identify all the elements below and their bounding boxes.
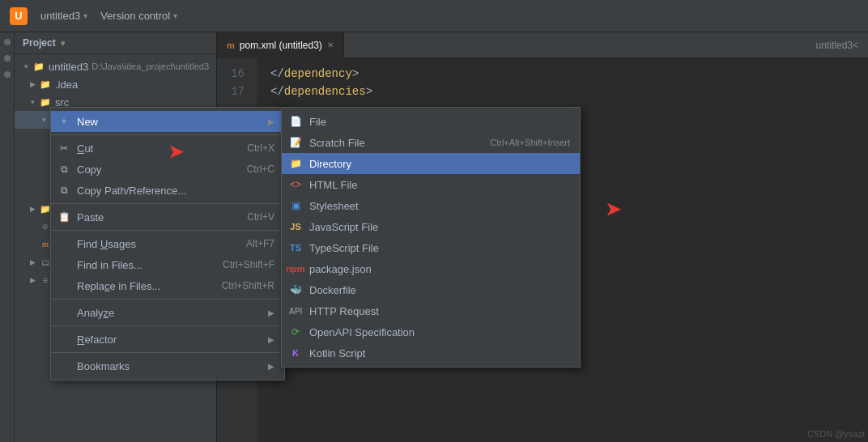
analyze-arrow-icon: ▶: [268, 308, 274, 317]
cut-icon: ✂: [57, 142, 70, 155]
watermark: CSDN @ysazt: [807, 429, 865, 439]
submenu-directory-label: Directory: [309, 158, 570, 170]
submenu-stylesheet-label: Stylesheet: [309, 200, 570, 212]
menu-item-bookmarks[interactable]: Bookmarks ▶: [51, 355, 284, 376]
submenu-item-directory[interactable]: 📁 Directory: [282, 153, 580, 174]
menu-item-find-files[interactable]: Find in Files... Ctrl+Shift+F: [51, 254, 284, 275]
html-icon: <>: [288, 177, 303, 192]
copy-shortcut: Ctrl+C: [247, 164, 274, 175]
structure-icon[interactable]: [4, 55, 11, 62]
bookmarks-arrow-icon: ▶: [268, 362, 274, 371]
menu-item-new[interactable]: + New ▶: [51, 111, 284, 132]
submenu-item-packagejson[interactable]: npm package.json: [282, 258, 580, 279]
project-title[interactable]: untitled3 ▾: [40, 10, 87, 22]
kotlin-icon: K: [288, 346, 303, 360]
arrow-icon: ▾: [28, 97, 37, 107]
project-label: Project: [23, 37, 56, 49]
code-line-17: </dependencies>: [270, 83, 855, 100]
root-path: D:\Java\idea_project\untitled3: [91, 62, 209, 71]
menu-replace-files-label: Replace in Files...: [77, 280, 212, 292]
css-icon: ▣: [288, 198, 303, 213]
scratch-icon: 📝: [288, 135, 303, 150]
submenu-item-http[interactable]: API HTTP Request: [282, 300, 580, 321]
project-icon: 📁: [32, 60, 45, 73]
menu-separator-4: [51, 299, 284, 300]
replace-files-shortcut: Ctrl+Shift+R: [222, 280, 274, 291]
menu-item-replace-files[interactable]: Replace in Files... Ctrl+Shift+R: [51, 275, 284, 296]
version-control-button[interactable]: Version control ▾: [100, 10, 177, 22]
menu-item-find-usages[interactable]: Find Usages Alt+F7: [51, 233, 284, 254]
replace-files-icon: [57, 279, 70, 292]
new-icon: +: [57, 115, 70, 128]
submenu-http-label: HTTP Request: [309, 305, 570, 317]
menu-separator-1: [51, 134, 284, 135]
menu-item-paste[interactable]: 📋 Paste Ctrl+V: [51, 206, 284, 227]
tree-item-idea[interactable]: ▶ 📁 .idea: [15, 75, 216, 93]
menu-item-copy[interactable]: ⧉ Copy Ctrl+C: [51, 159, 284, 180]
copy-path-icon: ⧉: [57, 184, 70, 197]
npm-icon: npm: [288, 261, 303, 276]
line-num-17: 17: [217, 83, 251, 100]
find-usages-icon: [57, 237, 70, 250]
icons-bar: [0, 32, 15, 442]
menu-find-files-label: Find in Files...: [77, 259, 213, 271]
submenu-item-stylesheet[interactable]: ▣ Stylesheet: [282, 195, 580, 216]
sidebar-chevron-icon: ▾: [61, 39, 65, 48]
project-name: untitled3: [40, 10, 80, 22]
docker-icon: 🐳: [288, 283, 303, 297]
submenu-item-javascript[interactable]: JS JavaScript File: [282, 216, 580, 237]
tab-label: pom.xml (untitled3): [240, 40, 322, 51]
paste-icon: 📋: [57, 210, 70, 223]
menu-item-cut[interactable]: ✂ Cut Ctrl+X: [51, 138, 284, 159]
pom-tab-icon: m: [227, 40, 235, 50]
submenu-item-kotlin[interactable]: K Kotlin Script: [282, 342, 580, 363]
submenu-js-label: JavaScript File: [309, 221, 570, 233]
file-icon: 📄: [288, 114, 303, 129]
tree-item-root[interactable]: ▾ 📁 untitled3 D:\Java\idea_project\untit…: [15, 57, 216, 75]
editor-tab-pom[interactable]: m pom.xml (untitled3) ✕: [217, 32, 344, 58]
submenu-item-dockerfile[interactable]: 🐳 Dockerfile: [282, 279, 580, 300]
project-chevron-icon: ▾: [83, 11, 87, 20]
copy-icon: ⧉: [57, 163, 70, 176]
submenu-dockerfile-label: Dockerfile: [309, 284, 570, 296]
arrow-icon: ▾: [21, 62, 31, 71]
bookmarks-menu-icon: [57, 359, 70, 372]
menu-copy-path-label: Copy Path/Reference...: [77, 185, 274, 197]
refactor-arrow-icon: ▶: [268, 335, 274, 344]
menu-separator-6: [51, 352, 284, 353]
bookmarks-icon[interactable]: [4, 71, 11, 78]
idea-label: .idea: [55, 79, 78, 91]
menu-find-usages-label: Find Usages: [77, 238, 236, 250]
submenu-item-html[interactable]: <> HTML File: [282, 174, 580, 195]
line-num-16: 16: [217, 65, 251, 83]
menu-separator-3: [51, 230, 284, 231]
ts-icon: TS: [288, 240, 303, 255]
find-files-shortcut: Ctrl+Shift+F: [223, 259, 274, 270]
submenu-item-typescript[interactable]: TS TypeScript File: [282, 237, 580, 258]
submenu-item-scratch[interactable]: 📝 Scratch File Ctrl+Alt+Shift+Insert: [282, 132, 580, 153]
analyze-icon: [57, 306, 70, 319]
paste-shortcut: Ctrl+V: [247, 211, 274, 223]
editor-top-right-text: untitled3<: [816, 40, 858, 51]
submenu-packagejson-label: package.json: [309, 263, 570, 275]
js-icon: JS: [288, 219, 303, 234]
submenu-item-file[interactable]: 📄 File: [282, 111, 580, 132]
menu-bookmarks-label: Bookmarks: [77, 360, 265, 372]
menu-item-copy-path[interactable]: ⧉ Copy Path/Reference...: [51, 180, 284, 201]
root-label: untitled3: [49, 61, 88, 73]
submenu-item-openapi[interactable]: ⟳ OpenAPI Specification: [282, 321, 580, 342]
tab-close-icon[interactable]: ✕: [327, 40, 334, 49]
arrow-icon: ▾: [39, 115, 49, 125]
menu-paste-label: Paste: [77, 211, 237, 223]
editor-tabs: m pom.xml (untitled3) ✕ untitled3<: [217, 32, 868, 58]
scratch-shortcut: Ctrl+Alt+Shift+Insert: [490, 138, 570, 147]
menu-new-label: New: [77, 116, 265, 128]
menu-separator-5: [51, 325, 284, 326]
menu-item-refactor[interactable]: Refactor ▶: [51, 329, 284, 350]
menu-item-analyze[interactable]: Analyze ▶: [51, 302, 284, 323]
sidebar-toggle-icon[interactable]: [4, 39, 11, 45]
submenu-openapi-label: OpenAPI Specification: [309, 326, 570, 338]
find-files-icon: [57, 258, 70, 271]
menu-separator-2: [51, 203, 284, 204]
menu-cut-label: Cut: [77, 142, 237, 155]
